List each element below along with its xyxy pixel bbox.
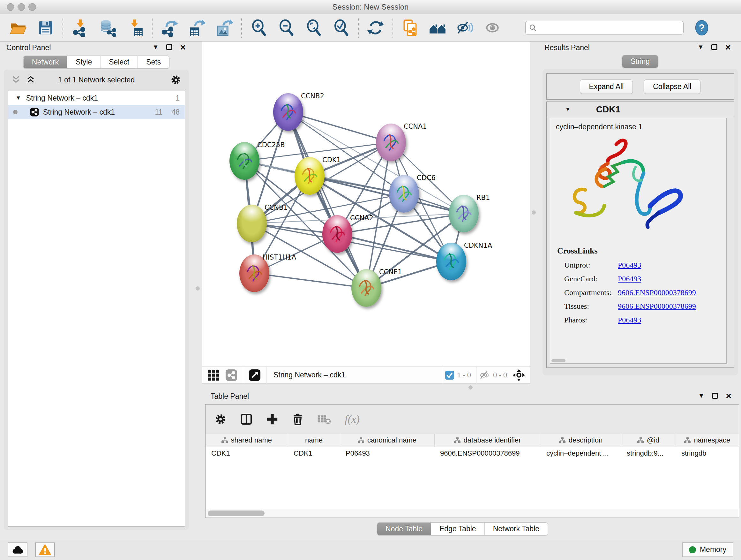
column-header-description[interactable]: description	[541, 434, 621, 447]
network-options-gear-icon[interactable]	[171, 74, 181, 85]
search-input[interactable]	[540, 23, 680, 32]
export-table-button[interactable]	[188, 18, 206, 37]
results-panel-menu-button[interactable]: ▼	[697, 44, 704, 51]
show-columns-icon[interactable]	[240, 413, 253, 426]
export-image-button[interactable]	[215, 18, 233, 37]
network-node-CCNE1[interactable]	[351, 269, 381, 307]
crosslink-genecard-link[interactable]: P06493	[618, 274, 641, 283]
expand-all-button[interactable]: Expand All	[580, 79, 633, 94]
memory-button[interactable]: Memory	[682, 543, 733, 557]
table-hscrollbar[interactable]	[206, 509, 738, 517]
cell-canonical-name[interactable]: P06493	[340, 447, 434, 460]
column-header-id[interactable]: @id	[621, 434, 676, 447]
open-session-button[interactable]	[9, 18, 27, 37]
table-hscroll-thumb[interactable]	[208, 510, 265, 516]
column-header-shared-name[interactable]: shared name	[205, 434, 288, 447]
table-panel-float-button[interactable]	[712, 393, 718, 399]
delete-column-trash-icon[interactable]	[292, 413, 304, 425]
warnings-button[interactable]	[35, 543, 55, 557]
network-node-RB1[interactable]	[449, 195, 479, 233]
network-edge-CCNB2-CCNE1[interactable]	[288, 112, 366, 288]
hide-panels-button[interactable]	[456, 18, 474, 37]
network-canvas[interactable]: CCNB2CCNA1CDC25BCDK1CDC6RB1CCNB1CCNA2CDK…	[202, 42, 530, 367]
cell-shared-name[interactable]: CDK1	[205, 447, 288, 460]
tab-network[interactable]: Network	[23, 56, 67, 68]
tab-sets[interactable]: Sets	[138, 56, 169, 68]
network-edge-HIST1H1A-CCNE1[interactable]	[254, 273, 366, 288]
network-edge-CCNB2-CCNA1[interactable]	[288, 112, 391, 142]
tab-node-table[interactable]: Node Table	[377, 523, 431, 535]
tab-string[interactable]: String	[622, 55, 658, 68]
table-panel-close-button[interactable]: ×	[726, 393, 731, 399]
network-row[interactable]: String Network – cdk1 11 48	[8, 105, 185, 119]
control-panel-close-button[interactable]: ×	[180, 44, 186, 51]
zoom-selected-button[interactable]	[332, 18, 350, 37]
table-panel-menu-button[interactable]: ▼	[698, 392, 704, 399]
detach-view-button[interactable]	[249, 369, 261, 381]
zoom-fit-button[interactable]	[305, 18, 323, 37]
network-node-CCNA2[interactable]	[322, 215, 352, 253]
network-node-CDC6[interactable]	[389, 175, 419, 212]
add-column-plus-icon[interactable]	[266, 413, 278, 425]
right-splitter-handle[interactable]	[532, 210, 536, 214]
column-header-name[interactable]: name	[288, 434, 340, 447]
table-row[interactable]: CDK1 CDK1 P06493 9606.ENSP00000378699 cy…	[205, 447, 739, 460]
gene-expander-icon[interactable]: ▼	[565, 106, 570, 113]
import-network-button[interactable]	[71, 18, 89, 37]
network-view-button[interactable]	[225, 369, 238, 381]
refresh-layout-button[interactable]	[366, 18, 385, 37]
crosslink-uniprot-link[interactable]: P06493	[618, 261, 641, 269]
function-builder-icon[interactable]: f(x)	[345, 413, 360, 425]
column-header-namespace[interactable]: namespace	[676, 434, 739, 447]
show-panels-button[interactable]	[483, 18, 502, 37]
clone-network-button[interactable]	[401, 18, 419, 37]
import-database-button[interactable]	[98, 18, 117, 37]
tab-edge-table[interactable]: Edge Table	[431, 523, 484, 535]
network-collection-row[interactable]: ▼ String Network – cdk1 1	[8, 91, 185, 105]
crosslink-pharos-link[interactable]: P06493	[618, 316, 641, 324]
bottom-splitter-handle[interactable]	[468, 385, 473, 389]
cloud-status-button[interactable]	[8, 543, 27, 557]
control-panel-menu-button[interactable]: ▼	[152, 44, 159, 51]
hidden-eye-icon[interactable]	[479, 369, 490, 381]
import-table-button[interactable]	[126, 18, 144, 37]
zoom-out-button[interactable]	[277, 18, 295, 37]
crosslink-tissues-link[interactable]: 9606.ENSP00000378699	[618, 302, 696, 311]
export-network-button[interactable]	[160, 18, 179, 37]
current-network-title: String Network – cdk1	[273, 371, 345, 379]
grid-view-button[interactable]	[207, 369, 219, 381]
network-node-CDK1[interactable]	[294, 157, 325, 195]
help-button[interactable]: ?	[692, 18, 711, 37]
network-node-CDC25B[interactable]	[229, 142, 259, 180]
home-button[interactable]	[428, 18, 447, 37]
network-node-CCNB2[interactable]	[273, 93, 303, 131]
results-panel-float-button[interactable]	[711, 44, 718, 50]
cell-namespace[interactable]: stringdb	[676, 447, 739, 460]
tab-style[interactable]: Style	[67, 56, 100, 68]
network-node-CCNB1[interactable]	[237, 205, 267, 242]
zoom-in-button[interactable]	[250, 18, 268, 37]
column-header-canonical-name[interactable]: canonical name	[340, 434, 434, 447]
crosslink-compartments-link[interactable]: 9606.ENSP00000378699	[618, 288, 696, 297]
gene-entry-header[interactable]: ▼ CDK1	[547, 102, 734, 117]
results-hscroll-thumb[interactable]	[551, 359, 565, 362]
results-panel-close-button[interactable]: ×	[725, 44, 731, 51]
collection-expander-icon[interactable]: ▼	[16, 95, 21, 101]
column-header-database-identifier[interactable]: database identifier	[434, 434, 541, 447]
cell-id[interactable]: stringdb:9...	[621, 447, 676, 460]
network-node-CCNA1[interactable]	[376, 124, 406, 161]
table-settings-gear-icon[interactable]	[214, 413, 226, 425]
control-panel-float-button[interactable]	[166, 44, 172, 50]
collapse-all-button[interactable]: Collapse All	[644, 79, 700, 94]
tab-network-table[interactable]: Network Table	[484, 523, 548, 535]
delete-table-icon[interactable]	[317, 413, 331, 425]
network-node-CDKN1A[interactable]	[436, 243, 466, 280]
cell-database-identifier[interactable]: 9606.ENSP00000378699	[434, 447, 541, 460]
left-splitter-handle[interactable]	[196, 287, 200, 291]
birds-eye-toggle-button[interactable]	[513, 369, 525, 381]
save-session-button[interactable]	[37, 18, 55, 37]
tab-select[interactable]: Select	[100, 56, 138, 68]
selected-checkbox-icon[interactable]	[445, 370, 455, 380]
cell-name[interactable]: CDK1	[288, 447, 340, 460]
cell-description[interactable]: cyclin–dependent ...	[541, 447, 621, 460]
